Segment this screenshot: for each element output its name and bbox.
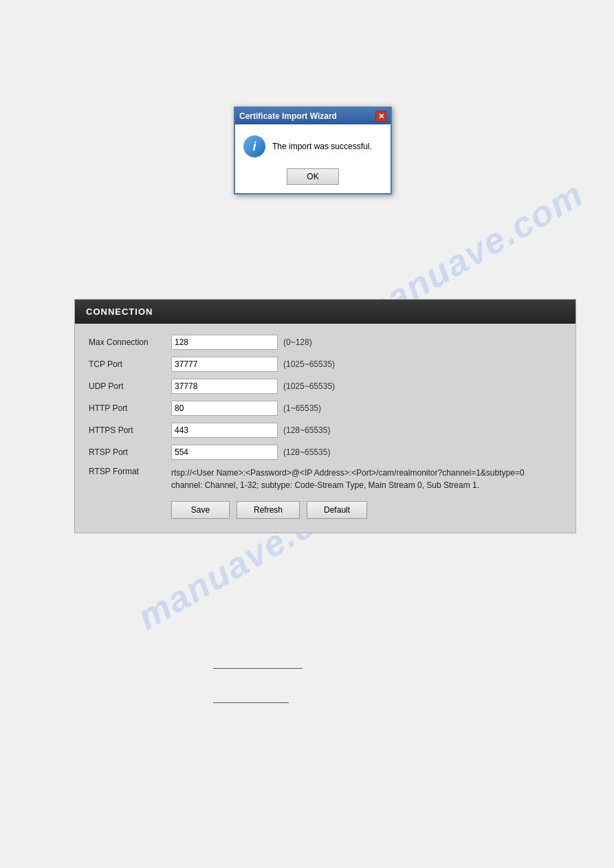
rtsp-format-line2: channel: Channel, 1-32; subtype: Code-St… [171,479,525,491]
info-icon: i [243,135,265,157]
field-input-0[interactable] [171,335,278,350]
connection-panel: CONNECTION Max Connection(0~128)TCP Port… [74,299,576,533]
save-button[interactable]: Save [171,501,230,519]
field-input-5[interactable] [171,445,278,460]
field-label-1: TCP Port [89,359,171,369]
buttons-row: Save Refresh Default [171,501,562,519]
field-label-3: HTTP Port [89,403,171,413]
field-label-5: RTSP Port [89,447,171,457]
underline-2 [213,702,289,703]
field-label-0: Max Connection [89,337,171,347]
form-row-2: UDP Port(1025~65535) [89,379,562,394]
field-hint-0: (0~128) [283,337,312,347]
dialog-titlebar: Certificate Import Wizard ✕ [235,108,391,124]
field-input-2[interactable] [171,379,278,394]
connection-header: CONNECTION [75,300,575,324]
field-hint-3: (1~65535) [283,403,321,413]
form-row-1: TCP Port(1025~65535) [89,357,562,372]
field-label-4: HTTPS Port [89,425,171,435]
form-row-4: HTTPS Port(128~65535) [89,423,562,438]
dialog-message: The import was successful. [272,142,372,151]
refresh-button[interactable]: Refresh [237,501,300,519]
field-input-3[interactable] [171,401,278,416]
field-input-4[interactable] [171,423,278,438]
underline-1 [213,668,303,669]
form-row-3: HTTP Port(1~65535) [89,401,562,416]
rtsp-format-line1: rtsp://<User Name>:<Password>@<IP Addres… [171,467,525,479]
field-hint-5: (128~65535) [283,447,330,457]
dialog-content-row: i The import was successful. [243,135,382,157]
rtsp-format-label: RTSP Format [89,467,171,476]
field-hint-2: (1025~65535) [283,381,335,391]
connection-body: Max Connection(0~128)TCP Port(1025~65535… [75,324,575,533]
rtsp-format-row: RTSP Format rtsp://<User Name>:<Password… [89,467,562,491]
form-row-5: RTSP Port(128~65535) [89,445,562,460]
dialog-title: Certificate Import Wizard [239,111,337,121]
field-label-2: UDP Port [89,381,171,391]
dialog-body: i The import was successful. OK [235,124,391,193]
form-row-0: Max Connection(0~128) [89,335,562,350]
dialog-close-button[interactable]: ✕ [375,111,386,122]
fields-container: Max Connection(0~128)TCP Port(1025~65535… [89,335,562,460]
dialog-ok-button[interactable]: OK [287,168,338,185]
field-input-1[interactable] [171,357,278,372]
default-button[interactable]: Default [307,501,367,519]
certificate-import-dialog: Certificate Import Wizard ✕ i The import… [234,107,392,194]
rtsp-format-text: rtsp://<User Name>:<Password>@<IP Addres… [171,467,525,491]
field-hint-1: (1025~65535) [283,359,335,369]
field-hint-4: (128~65535) [283,425,330,435]
